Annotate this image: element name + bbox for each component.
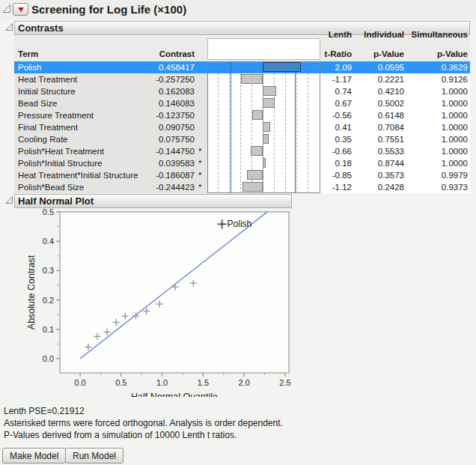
half-normal-plot-title: Half Normal Plot bbox=[15, 195, 94, 207]
make-model-button[interactable]: Make Model bbox=[2, 448, 66, 464]
y-tick-label: 0.2 bbox=[43, 296, 54, 305]
individual-p-value-cell: 0.4210 bbox=[352, 87, 404, 96]
x-tick-label: 2.5 bbox=[279, 378, 290, 387]
term-cell: Polish*Heat Treatment bbox=[18, 147, 104, 156]
contrast-cell: 0.162083 bbox=[119, 87, 195, 96]
individual-p-value-cell: 0.7084 bbox=[352, 123, 404, 132]
report-title-bar: Screening for Log Life (×100) bbox=[0, 0, 476, 19]
forced-orthogonal-star: * bbox=[198, 171, 201, 180]
red-triangle-menu-button[interactable] bbox=[13, 3, 28, 16]
column-header-contrast: Contrast bbox=[119, 49, 195, 59]
forced-orthogonal-star: * bbox=[198, 147, 201, 156]
individual-p-value-cell: 0.3573 bbox=[352, 171, 404, 180]
disclosure-open-icon[interactable] bbox=[1, 4, 11, 13]
simultaneous-p-value-cell: 0.9373 bbox=[404, 183, 468, 192]
term-cell: Polish bbox=[18, 63, 41, 72]
y-axis-label: Absolute Contrast bbox=[26, 255, 37, 329]
contrast-cell: 0.146083 bbox=[119, 99, 195, 108]
half-normal-plot-section-header[interactable]: Half Normal Plot bbox=[14, 194, 292, 208]
term-cell: Initial Structure bbox=[18, 87, 76, 96]
x-tick-label: 0.5 bbox=[115, 378, 126, 387]
simultaneous-p-value-cell: 0.9979 bbox=[404, 171, 468, 180]
x-tick-label: 1.0 bbox=[156, 378, 168, 387]
term-cell: Pressure Treatment bbox=[18, 111, 94, 120]
lenth-pse-text: Lenth PSE=0.21912 bbox=[4, 406, 85, 416]
y-tick-label: 0.3 bbox=[43, 266, 54, 275]
individual-p-value-cell: 0.2428 bbox=[352, 183, 404, 192]
contrasts-table-header: Term Contrast Lenth t-Ratio Individual p… bbox=[14, 37, 470, 61]
term-cell: Cooling Rate bbox=[18, 135, 67, 144]
x-axis-label: Half Normal Quantile bbox=[131, 392, 218, 397]
red-triangle-icon bbox=[18, 7, 24, 12]
simultaneous-p-value-cell: 1.0000 bbox=[404, 99, 468, 108]
simultaneous-p-value-cell: 0.3629 bbox=[404, 63, 468, 72]
term-cell: Polish*Initial Structure bbox=[18, 159, 103, 168]
term-cell: Heat Treatment bbox=[18, 75, 77, 84]
individual-p-value-cell: 0.6148 bbox=[352, 111, 404, 120]
term-cell: Final Treatment bbox=[18, 123, 78, 132]
x-tick-label: 1.5 bbox=[198, 378, 209, 387]
simultaneous-p-value-cell: 1.0000 bbox=[404, 111, 468, 120]
contrasts-disclosure-icon[interactable] bbox=[4, 22, 13, 31]
report-title: Screening for Log Life (×100) bbox=[31, 3, 186, 16]
simultaneous-p-value-cell: 1.0000 bbox=[404, 123, 468, 132]
contrast-cell: 0.090750 bbox=[119, 123, 195, 132]
simultaneous-p-value-cell: 0.9126 bbox=[404, 75, 468, 84]
term-cell: Polish*Bead Size bbox=[18, 183, 84, 192]
half-normal-plot-disclosure-icon[interactable] bbox=[4, 195, 13, 204]
forced-orthogonal-star: * bbox=[198, 183, 201, 192]
contrast-cell: -0.123750 bbox=[119, 111, 195, 120]
y-tick-label: 0.0 bbox=[43, 354, 54, 363]
individual-p-value-cell: 0.7551 bbox=[352, 135, 404, 144]
screening-report-window: Screening for Log Life (×100) Contrasts … bbox=[0, 0, 476, 465]
simultaneous-p-value-cell: 1.0000 bbox=[404, 147, 468, 156]
term-cell: Bead Size bbox=[18, 99, 57, 108]
individual-p-value-cell: 0.0595 bbox=[352, 63, 404, 72]
column-header-lenth-t-ratio: Lenth t-Ratio bbox=[276, 20, 352, 59]
simultaneous-p-value-cell: 1.0000 bbox=[404, 87, 468, 96]
y-tick-label: 0.4 bbox=[43, 237, 54, 246]
contrast-cell: -0.244423 bbox=[119, 183, 195, 192]
contrast-cell: 0.075750 bbox=[119, 135, 195, 144]
y-tick-label: 0.1 bbox=[43, 325, 54, 334]
individual-p-value-cell: 0.8744 bbox=[352, 159, 404, 168]
point-label: Polish bbox=[228, 219, 252, 229]
contrast-cell: -0.144750 bbox=[119, 147, 195, 156]
half-normal-plot[interactable]: 0.00.51.01.52.02.50.00.10.20.30.40.5Poli… bbox=[0, 208, 299, 397]
contrasts-section-title: Contrasts bbox=[15, 22, 64, 34]
contrast-cell: -0.186087 bbox=[119, 171, 195, 180]
contrast-cell: 0.458417 bbox=[119, 63, 195, 72]
x-tick-label: 2.0 bbox=[239, 378, 250, 387]
individual-p-value-cell: 0.2221 bbox=[352, 75, 404, 84]
column-header-individual-p-value: Individual p-Value bbox=[352, 20, 404, 59]
contrast-bar-frame bbox=[207, 61, 320, 193]
simultaneous-p-value-cell: 1.0000 bbox=[404, 159, 468, 168]
pvalue-note-text: P-Values derived from a simulation of 10… bbox=[4, 430, 237, 440]
forced-orthogonal-star: * bbox=[198, 159, 201, 168]
individual-p-value-cell: 0.5002 bbox=[352, 99, 404, 108]
contrast-cell: -0.257250 bbox=[119, 75, 195, 84]
simultaneous-p-value-cell: 1.0000 bbox=[404, 135, 468, 144]
run-model-button[interactable]: Run Model bbox=[65, 448, 123, 464]
column-header-simultaneous-p-value: Simultaneous p-Value bbox=[404, 20, 468, 59]
individual-p-value-cell: 0.5533 bbox=[352, 147, 404, 156]
plot-frame bbox=[60, 212, 289, 373]
y-tick-label: 0.5 bbox=[43, 208, 54, 216]
orthogonal-note-text: Asterisked terms were forced orthogonal.… bbox=[4, 418, 283, 428]
contrast-cell: 0.039583 bbox=[119, 159, 195, 168]
column-header-term: Term bbox=[18, 49, 38, 59]
x-tick-label: 0.0 bbox=[74, 378, 85, 387]
